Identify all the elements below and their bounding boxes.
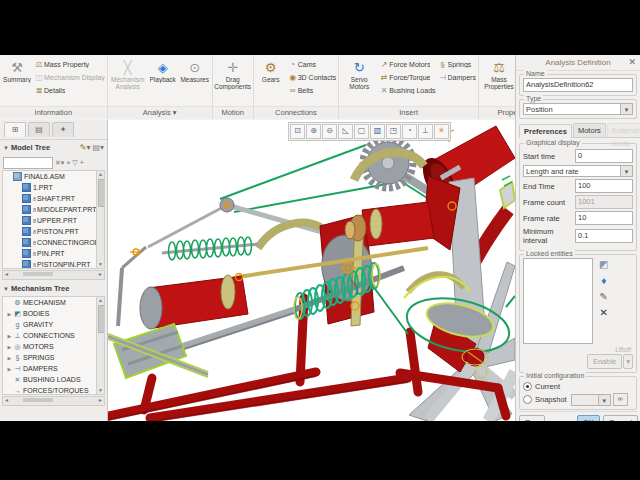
tree-item-bushing-loads[interactable]: ✕BUSHING LOADS [3, 374, 104, 385]
expander-icon[interactable]: ▶ [6, 366, 13, 372]
lock-connection-button[interactable]: ✎ [600, 292, 608, 302]
run-button[interactable]: Run [519, 415, 545, 421]
saved-orientations-button[interactable]: ◳ [386, 124, 401, 139]
springs-button[interactable]: §Springs [437, 58, 477, 71]
model-tree-hscrollbar[interactable]: ◄► [2, 270, 105, 280]
gears-button[interactable]: ⚙Gears [255, 57, 287, 85]
model-tree-vscrollbar[interactable]: ▲▼ [96, 171, 104, 268]
ribbon-group-label[interactable]: Motion [213, 106, 253, 119]
mass-properties-button[interactable]: ⚖Mass Properties [480, 57, 518, 92]
collapse-icon[interactable]: ▼ [3, 145, 9, 151]
playback-button[interactable]: ◈Playback [147, 57, 179, 85]
view-manager-button[interactable]: ◔ [402, 124, 417, 139]
ok-button[interactable]: OK [577, 415, 600, 421]
clear-search-icon[interactable]: ✕▾ [55, 159, 64, 167]
tree-item-connections[interactable]: ▶⊥CONNECTIONS [3, 330, 104, 341]
cams-button[interactable]: ◔Cams [287, 58, 338, 71]
3d-contacts-button[interactable]: ◉3D Contacts [287, 71, 338, 84]
mechanism-display-button[interactable]: ◫Mechanism Display [33, 71, 106, 84]
dampers-button[interactable]: ⊣Dampers [437, 71, 477, 84]
tree-item-shaft-prt[interactable]: 8SHAFT.PRT [3, 193, 104, 204]
dialog-title-bar[interactable]: Analysis Definition ✕ [516, 55, 640, 71]
minimum-interval-field[interactable]: 0.1 [575, 229, 633, 243]
tab-external-loads[interactable]: External loads [607, 123, 640, 137]
lock-point-button[interactable]: ♦ [601, 276, 606, 286]
mechanism-tree-vscrollbar[interactable]: ▲▼ [96, 297, 104, 394]
mechanism-analysis-button[interactable]: ╳Mechanism Analysis [109, 57, 147, 92]
graphics-viewport[interactable]: ⊡⊕⊖◺▢▧◳◔⟂✳ [108, 120, 515, 421]
mechanism-tree-hscrollbar[interactable]: ◄► [2, 396, 105, 406]
measures-button[interactable]: ⊙Measures [179, 57, 211, 85]
add-icon[interactable]: + [80, 159, 84, 166]
find-icon[interactable]: ⌖ [66, 159, 70, 167]
tree-item-gravity[interactable]: gGRAVITY [3, 319, 104, 330]
tree-item-middlepart-prt[interactable]: 8MIDDLEPART.PRT [3, 204, 104, 215]
tree-settings-icon[interactable]: ▤▾ [92, 143, 104, 152]
cancel-button[interactable]: Cancel [603, 415, 638, 421]
tree-item-connectingrod-prt[interactable]: 8CONNECTINGROD.PRT [3, 237, 104, 248]
details-button[interactable]: ≣Details [33, 84, 106, 97]
chevron-down-icon[interactable]: ▼ [621, 103, 633, 115]
repaint-button[interactable]: ◺ [338, 124, 353, 139]
frame-rate-field[interactable]: 10 [575, 211, 633, 225]
drag-components-button[interactable]: ✛Drag Components [214, 57, 252, 92]
tree-item-1-prt[interactable]: 1.PRT [3, 182, 104, 193]
expander-icon[interactable]: ▶ [6, 355, 13, 361]
force-motors-button[interactable]: ↗Force Motors [378, 58, 436, 71]
tree-item-final6-asm[interactable]: FINAL6.ASM [3, 171, 104, 182]
servo-motors-button[interactable]: ↻Servo Motors [340, 57, 378, 92]
belts-button[interactable]: ∞Belts [287, 84, 338, 97]
bushing-loads-button[interactable]: ✕Bushing Loads [378, 84, 436, 97]
expander-icon[interactable]: ▶ [6, 311, 13, 317]
filter-icon[interactable]: ▽ [72, 159, 77, 167]
expander-icon[interactable]: ▶ [6, 344, 13, 350]
tree-item-piston-prt[interactable]: 8PISTON.PRT [3, 226, 104, 237]
ribbon-group-label[interactable]: Connections [254, 106, 339, 119]
close-icon[interactable]: ✕ [628, 55, 636, 70]
force-torque-button[interactable]: ⇄Force/Torque [378, 71, 436, 84]
mass-property-button[interactable]: ⚖Mass Property [33, 58, 106, 71]
tree-item-bodies[interactable]: ▶◩BODIES [3, 308, 104, 319]
current-radio[interactable] [523, 382, 532, 391]
collapse-icon[interactable]: ▼ [3, 286, 9, 292]
tree-item-mechanism[interactable]: ⚙MECHANISM [3, 297, 104, 308]
tree-item-motors[interactable]: ▶◎MOTORS [3, 341, 104, 352]
tree-filter-icon[interactable]: ✎▾ [80, 143, 91, 152]
tree-item-forces-torques[interactable]: →FORCES/TORQUES [3, 385, 104, 395]
tree-item-pin-prt[interactable]: 8PIN.PRT [3, 248, 104, 259]
ribbon-group-label[interactable]: Insert [339, 106, 478, 119]
expander-icon[interactable]: ▶ [6, 333, 13, 339]
tab-motors[interactable]: Motors [573, 123, 606, 137]
enable-dropdown-icon[interactable]: ▾ [623, 354, 633, 369]
tree-item-dampers[interactable]: ▶⊣DAMPERS [3, 363, 104, 374]
search-input[interactable] [3, 157, 53, 169]
enable-button[interactable]: Enable [587, 354, 622, 369]
display-style-button[interactable]: ▢ [354, 124, 369, 139]
lock-bodies-button[interactable]: ◩ [599, 260, 608, 270]
mechanism-3d-scene[interactable] [108, 120, 515, 421]
favorites-tab[interactable]: ✦ [52, 122, 74, 137]
start-time-field[interactable]: 0 [575, 149, 633, 163]
shade-style-button[interactable]: ▧ [370, 124, 385, 139]
preview-snapshot-icon[interactable]: ∞ [613, 393, 628, 406]
zoom-out-button[interactable]: ⊖ [322, 124, 337, 139]
tree-item-springs[interactable]: ▶§SPRINGS [3, 352, 104, 363]
tree-item-upper-prt[interactable]: 8UPPER.PRT [3, 215, 104, 226]
delete-lock-button[interactable]: ✕ [600, 308, 608, 318]
ribbon-group-label[interactable]: Information [0, 106, 107, 119]
analysis-name-field[interactable]: AnalysisDefinition62 [523, 78, 633, 92]
folder-browser-tab[interactable]: ▤ [28, 122, 50, 137]
chevron-down-icon[interactable]: ▼ [621, 165, 633, 177]
tab-preferences[interactable]: Preferences [519, 124, 572, 138]
model-tree-tab[interactable]: ⊞ [4, 122, 26, 137]
zoom-in-button[interactable]: ⊕ [306, 124, 321, 139]
analysis-type-select[interactable]: Position ▼ [523, 103, 633, 115]
end-time-field[interactable]: 100 [575, 179, 633, 193]
refit-button[interactable]: ⊡ [290, 124, 305, 139]
snapshot-radio[interactable] [523, 395, 532, 404]
spin-center-button[interactable]: ✳ [434, 124, 449, 139]
tree-item-pistonpin-prt[interactable]: 8PISTONPIN.PRT [3, 259, 104, 269]
duration-mode-select[interactable]: Length and rate ▼ [523, 165, 633, 177]
locked-entities-list[interactable] [523, 258, 593, 344]
ribbon-group-label[interactable]: Analysis ▾ [108, 106, 212, 119]
